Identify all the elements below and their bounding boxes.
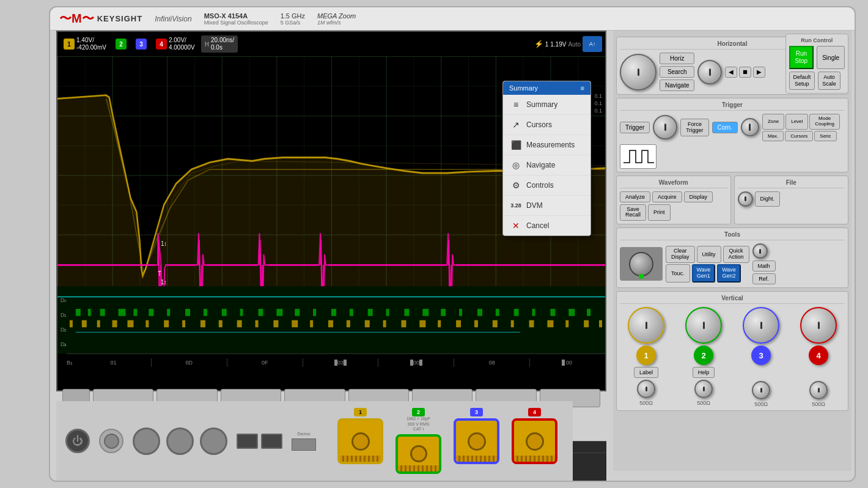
svg-rect-61 <box>599 320 602 328</box>
level-button[interactable]: Level <box>785 114 808 130</box>
navigate-icon: ◎ <box>510 160 521 171</box>
svg-rect-36 <box>145 320 149 328</box>
menu-navigate[interactable]: ◎ Navigate <box>503 155 590 176</box>
channel-1-indicator[interactable]: 1 1.40V/ -420.00mV <box>61 35 109 53</box>
ch1-number: 1 <box>64 39 75 50</box>
nav-left-button[interactable]: ◀ <box>725 67 737 78</box>
utility-button[interactable]: Utility <box>697 246 721 263</box>
svg-rect-16 <box>331 309 336 316</box>
dvm-label: DVM <box>526 201 543 210</box>
ch2-scale-knob[interactable] <box>685 307 722 344</box>
ch4-bnc-connector[interactable] <box>512 418 557 464</box>
func-knob-3[interactable] <box>200 427 227 455</box>
svg-rect-27 <box>532 309 535 316</box>
auto-scale-button[interactable]: Auto Scale <box>818 72 840 90</box>
ch3-bnc-connector[interactable] <box>454 418 499 464</box>
quick-action-button[interactable]: Quick Action <box>723 246 749 263</box>
channel-2-indicator[interactable]: 2 <box>112 37 130 51</box>
zone-button[interactable]: Zone <box>762 114 784 130</box>
ch2-pos-knob[interactable] <box>694 380 713 398</box>
screen-mode-button[interactable]: A↑ <box>583 36 602 52</box>
func-knob-1[interactable] <box>133 427 160 455</box>
func-knob-2[interactable] <box>166 427 194 455</box>
search-button[interactable]: Search <box>660 66 694 78</box>
digi-button[interactable]: Dight. <box>755 191 781 207</box>
menu-summary[interactable]: ≡ Summary <box>503 95 590 115</box>
math-button[interactable]: Math <box>752 261 776 272</box>
trigger-level-knob[interactable] <box>653 115 677 139</box>
touch-button[interactable]: Touc. <box>666 264 690 283</box>
eject-button[interactable] <box>99 429 123 453</box>
ch3-bnc-teeth <box>456 456 497 462</box>
mode-coupling-button[interactable]: Mode Coupling <box>809 114 840 130</box>
menu-dvm[interactable]: 3.28 DVM <box>503 196 590 216</box>
ch1-values: 1.40V/ -420.00mV <box>76 37 106 51</box>
dig-knob[interactable] <box>738 191 753 207</box>
analyze-button[interactable]: Analyze <box>620 191 650 202</box>
print-button[interactable]: Print <box>648 204 671 221</box>
ch4-scale-knob[interactable] <box>800 307 837 344</box>
svg-rect-59 <box>565 320 568 328</box>
ch4-pos-knob[interactable] <box>809 381 828 399</box>
ref-button[interactable]: Ref. <box>752 273 776 284</box>
svg-rect-53 <box>456 320 461 328</box>
ch1-bnc-connector[interactable] <box>337 418 383 464</box>
channel-4-indicator[interactable]: 4 2.00V/ 4.00000V <box>153 35 198 53</box>
trigger-indicator[interactable]: ⚡ 1 1.19V Auto A↑ <box>534 36 602 52</box>
run-stop-button[interactable]: Run Stop <box>789 46 814 69</box>
ch3-pos-knob[interactable] <box>752 381 770 399</box>
horizontal-indicator[interactable]: H 20.00ns/ 0.0s <box>201 35 238 53</box>
wave-gen1-button[interactable]: Wave Gen1 <box>692 264 716 283</box>
measure-knob[interactable] <box>741 118 759 136</box>
ch2-help-button[interactable]: Help <box>693 367 715 378</box>
ch1-bnc-teeth <box>340 456 381 462</box>
brand-wave-icon: 〜M〜 <box>59 10 94 27</box>
power-button[interactable]: ⏻ <box>65 429 90 453</box>
ch4-channel-button[interactable]: 4 <box>809 346 828 365</box>
horizontal-pos-knob[interactable] <box>697 60 722 84</box>
ch2-bnc-connector[interactable] <box>395 434 441 474</box>
ch3-channel-button[interactable]: 3 <box>751 346 771 365</box>
vertical-ch4: 4 500Ω <box>800 307 837 407</box>
ch1-label-button[interactable]: Label <box>634 367 658 378</box>
cursors-button[interactable]: Cursors <box>785 131 813 141</box>
force-trigger-button[interactable]: Force Trigger <box>680 119 708 137</box>
display-button[interactable]: Display <box>684 191 713 202</box>
acquire-button[interactable]: Acquire <box>652 191 682 202</box>
ch1-pos-knob[interactable] <box>637 380 655 398</box>
svg-rect-47 <box>347 320 350 328</box>
channel-indicators: 1 1.40V/ -420.00mV 2 3 4 2.00V/ 4.00000V <box>57 32 605 56</box>
menu-controls[interactable]: ⚙ Controls <box>503 176 590 196</box>
wave-gen2-button[interactable]: Wave Gen2 <box>717 264 741 283</box>
horiz-timebase: 20.00ns/ <box>211 37 234 44</box>
nav-stop-button[interactable]: ⏹ <box>739 67 751 78</box>
trigger-button[interactable]: Trigger <box>620 122 650 133</box>
default-setup-button[interactable]: Default Setup <box>789 72 815 90</box>
single-button[interactable]: Single <box>817 46 845 69</box>
ch1-channel-button[interactable]: 1 <box>636 346 656 365</box>
channel-3-indicator[interactable]: 3 <box>133 37 150 51</box>
navigate-button[interactable]: Navigate <box>660 79 694 91</box>
bus-label: B₁ <box>67 360 73 366</box>
seric-button[interactable]: Seric <box>814 131 836 141</box>
svg-rect-52 <box>438 320 441 328</box>
menu-cancel[interactable]: ✕ Cancel <box>503 216 590 235</box>
save-recall-button[interactable]: Save Recall <box>620 204 646 221</box>
ch3-scale-knob[interactable] <box>743 307 779 344</box>
summary-label: Summary <box>526 100 557 109</box>
horiz-button[interactable]: Horiz <box>660 53 694 64</box>
horizontal-scale-knob[interactable] <box>620 54 657 91</box>
corner-button[interactable]: Corn. <box>712 122 738 133</box>
menu-cursors[interactable]: ↗ Cursors <box>503 115 590 135</box>
meas-val-3: 0.1 <box>594 108 602 114</box>
ch1-scale-knob[interactable] <box>628 307 664 344</box>
svg-rect-49 <box>383 320 386 328</box>
tools-knob[interactable] <box>752 243 768 259</box>
ch2-channel-button[interactable]: 2 <box>694 346 713 365</box>
vertical-ch1: 1 Label 500Ω <box>628 307 664 407</box>
nav-right-button[interactable]: ▶ <box>753 67 765 78</box>
intensity-knob[interactable] <box>629 252 653 276</box>
menu-measurements[interactable]: ⬛ Measurements <box>503 135 590 155</box>
clear-display-button[interactable]: Clear Display <box>666 246 695 263</box>
max-button[interactable]: Max. <box>762 131 784 141</box>
